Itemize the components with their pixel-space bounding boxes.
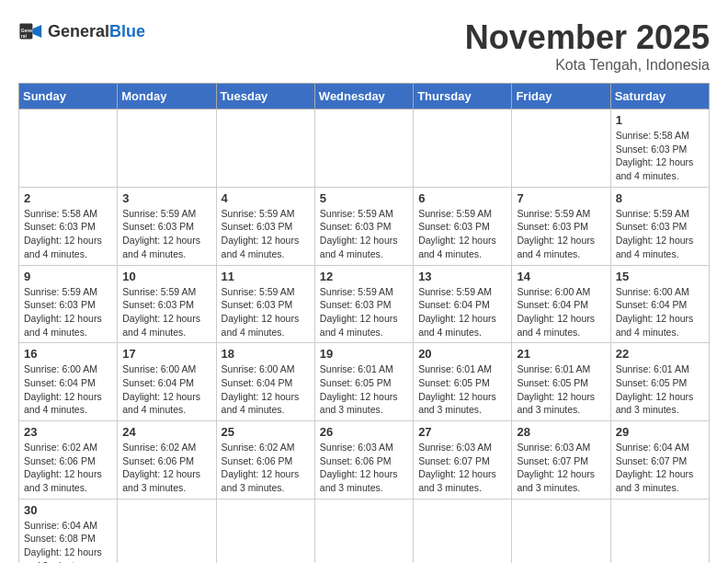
calendar-cell: 21Sunrise: 6:01 AM Sunset: 6:05 PM Dayli… xyxy=(512,343,610,421)
calendar-cell: 29Sunrise: 6:04 AM Sunset: 6:07 PM Dayli… xyxy=(610,421,709,500)
day-info: Sunrise: 5:59 AM Sunset: 6:03 PM Dayligh… xyxy=(122,207,210,261)
calendar-cell: 5Sunrise: 5:59 AM Sunset: 6:03 PM Daylig… xyxy=(314,187,413,265)
svg-text:Gene: Gene xyxy=(21,29,33,33)
calendar-cell: 30Sunrise: 6:04 AM Sunset: 6:08 PM Dayli… xyxy=(19,499,118,563)
calendar-week-row: 9Sunrise: 5:59 AM Sunset: 6:03 PM Daylig… xyxy=(19,265,710,343)
day-info: Sunrise: 5:58 AM Sunset: 6:03 PM Dayligh… xyxy=(24,207,112,261)
calendar-cell: 19Sunrise: 6:01 AM Sunset: 6:05 PM Dayli… xyxy=(314,343,413,421)
calendar-cell xyxy=(512,499,610,563)
calendar-cell: 6Sunrise: 5:59 AM Sunset: 6:03 PM Daylig… xyxy=(414,187,512,265)
logo-blue: Blue xyxy=(109,22,145,40)
day-info: Sunrise: 6:00 AM Sunset: 6:04 PM Dayligh… xyxy=(222,362,310,417)
calendar-cell: 26Sunrise: 6:03 AM Sunset: 6:06 PM Dayli… xyxy=(314,421,413,500)
day-info: Sunrise: 6:04 AM Sunset: 6:07 PM Dayligh… xyxy=(616,441,704,495)
calendar-cell: 16Sunrise: 6:00 AM Sunset: 6:04 PM Dayli… xyxy=(19,343,118,421)
day-info: Sunrise: 5:59 AM Sunset: 6:03 PM Dayligh… xyxy=(320,285,408,339)
column-header-saturday: Saturday xyxy=(610,84,709,109)
day-number: 6 xyxy=(418,191,506,205)
calendar-cell xyxy=(414,109,512,188)
day-info: Sunrise: 6:01 AM Sunset: 6:05 PM Dayligh… xyxy=(418,362,506,417)
day-info: Sunrise: 5:58 AM Sunset: 6:03 PM Dayligh… xyxy=(616,129,704,183)
calendar-cell: 8Sunrise: 5:59 AM Sunset: 6:03 PM Daylig… xyxy=(610,187,709,265)
day-info: Sunrise: 6:00 AM Sunset: 6:04 PM Dayligh… xyxy=(517,285,605,339)
day-number: 20 xyxy=(418,347,506,361)
day-number: 4 xyxy=(222,191,310,205)
day-info: Sunrise: 6:03 AM Sunset: 6:07 PM Dayligh… xyxy=(418,441,506,495)
calendar-cell: 10Sunrise: 5:59 AM Sunset: 6:03 PM Dayli… xyxy=(118,265,216,343)
calendar-week-row: 23Sunrise: 6:02 AM Sunset: 6:06 PM Dayli… xyxy=(19,421,710,500)
day-info: Sunrise: 6:03 AM Sunset: 6:07 PM Dayligh… xyxy=(517,441,605,495)
calendar-cell: 3Sunrise: 5:59 AM Sunset: 6:03 PM Daylig… xyxy=(118,187,216,265)
day-info: Sunrise: 5:59 AM Sunset: 6:03 PM Dayligh… xyxy=(122,285,210,339)
calendar-week-row: 30Sunrise: 6:04 AM Sunset: 6:08 PM Dayli… xyxy=(19,499,710,563)
calendar-cell: 11Sunrise: 5:59 AM Sunset: 6:03 PM Dayli… xyxy=(216,265,314,343)
svg-text:ral: ral xyxy=(21,34,28,39)
calendar-cell: 23Sunrise: 6:02 AM Sunset: 6:06 PM Dayli… xyxy=(19,421,118,500)
title-section: November 2025 Kota Tengah, Indonesia xyxy=(465,18,710,74)
svg-marker-3 xyxy=(32,25,41,38)
calendar-cell xyxy=(19,109,118,188)
calendar-cell: 15Sunrise: 6:00 AM Sunset: 6:04 PM Dayli… xyxy=(610,265,709,343)
logo-text: GeneralBlue xyxy=(48,22,145,41)
calendar-cell: 25Sunrise: 6:02 AM Sunset: 6:06 PM Dayli… xyxy=(216,421,314,500)
calendar: SundayMondayTuesdayWednesdayThursdayFrid… xyxy=(18,83,710,563)
calendar-cell: 7Sunrise: 5:59 AM Sunset: 6:03 PM Daylig… xyxy=(512,187,610,265)
logo: Gene ral GeneralBlue xyxy=(18,18,145,44)
day-info: Sunrise: 5:59 AM Sunset: 6:03 PM Dayligh… xyxy=(222,285,310,339)
day-info: Sunrise: 5:59 AM Sunset: 6:03 PM Dayligh… xyxy=(320,207,408,261)
logo-general: General xyxy=(48,22,109,40)
logo-icon: Gene ral xyxy=(18,18,44,44)
day-info: Sunrise: 6:04 AM Sunset: 6:08 PM Dayligh… xyxy=(24,519,112,563)
column-header-sunday: Sunday xyxy=(19,84,118,109)
day-number: 29 xyxy=(616,425,704,439)
day-info: Sunrise: 5:59 AM Sunset: 6:03 PM Dayligh… xyxy=(616,207,704,261)
header: Gene ral GeneralBlue November 2025 Kota … xyxy=(18,18,710,74)
day-number: 13 xyxy=(418,270,506,283)
day-info: Sunrise: 5:59 AM Sunset: 6:03 PM Dayligh… xyxy=(24,285,112,339)
calendar-cell: 14Sunrise: 6:00 AM Sunset: 6:04 PM Dayli… xyxy=(512,265,610,343)
calendar-cell: 1Sunrise: 5:58 AM Sunset: 6:03 PM Daylig… xyxy=(610,109,709,188)
calendar-cell: 4Sunrise: 5:59 AM Sunset: 6:03 PM Daylig… xyxy=(216,187,314,265)
calendar-cell: 9Sunrise: 5:59 AM Sunset: 6:03 PM Daylig… xyxy=(19,265,118,343)
main-title: November 2025 xyxy=(465,18,710,57)
calendar-header-row: SundayMondayTuesdayWednesdayThursdayFrid… xyxy=(19,84,710,109)
day-number: 22 xyxy=(616,347,704,361)
day-number: 11 xyxy=(222,270,310,283)
day-info: Sunrise: 5:59 AM Sunset: 6:03 PM Dayligh… xyxy=(418,207,506,261)
day-number: 10 xyxy=(122,270,210,283)
calendar-cell xyxy=(216,109,314,188)
day-info: Sunrise: 6:00 AM Sunset: 6:04 PM Dayligh… xyxy=(122,362,210,417)
calendar-cell: 24Sunrise: 6:02 AM Sunset: 6:06 PM Dayli… xyxy=(118,421,216,500)
calendar-cell: 28Sunrise: 6:03 AM Sunset: 6:07 PM Dayli… xyxy=(512,421,610,500)
column-header-wednesday: Wednesday xyxy=(314,84,413,109)
day-number: 9 xyxy=(24,270,112,283)
column-header-tuesday: Tuesday xyxy=(216,84,314,109)
day-number: 14 xyxy=(517,270,605,283)
calendar-cell xyxy=(512,109,610,188)
day-number: 2 xyxy=(24,191,112,205)
calendar-cell: 13Sunrise: 5:59 AM Sunset: 6:04 PM Dayli… xyxy=(414,265,512,343)
calendar-cell xyxy=(314,109,413,188)
day-number: 19 xyxy=(320,347,408,361)
day-info: Sunrise: 6:01 AM Sunset: 6:05 PM Dayligh… xyxy=(616,362,704,417)
day-info: Sunrise: 6:01 AM Sunset: 6:05 PM Dayligh… xyxy=(517,362,605,417)
day-info: Sunrise: 5:59 AM Sunset: 6:04 PM Dayligh… xyxy=(418,285,506,339)
day-info: Sunrise: 6:02 AM Sunset: 6:06 PM Dayligh… xyxy=(122,441,210,495)
column-header-monday: Monday xyxy=(118,84,216,109)
calendar-cell: 2Sunrise: 5:58 AM Sunset: 6:03 PM Daylig… xyxy=(19,187,118,265)
day-info: Sunrise: 6:01 AM Sunset: 6:05 PM Dayligh… xyxy=(320,362,408,417)
day-number: 1 xyxy=(616,113,704,127)
column-header-thursday: Thursday xyxy=(414,84,512,109)
day-info: Sunrise: 6:02 AM Sunset: 6:06 PM Dayligh… xyxy=(24,441,112,495)
calendar-cell: 12Sunrise: 5:59 AM Sunset: 6:03 PM Dayli… xyxy=(314,265,413,343)
day-info: Sunrise: 6:02 AM Sunset: 6:06 PM Dayligh… xyxy=(222,441,310,495)
day-number: 8 xyxy=(616,191,704,205)
calendar-cell xyxy=(118,109,216,188)
calendar-cell xyxy=(118,499,216,563)
day-info: Sunrise: 5:59 AM Sunset: 6:03 PM Dayligh… xyxy=(222,207,310,261)
day-number: 17 xyxy=(122,347,210,361)
calendar-cell xyxy=(414,499,512,563)
calendar-cell: 18Sunrise: 6:00 AM Sunset: 6:04 PM Dayli… xyxy=(216,343,314,421)
day-number: 27 xyxy=(418,425,506,439)
day-number: 28 xyxy=(517,425,605,439)
